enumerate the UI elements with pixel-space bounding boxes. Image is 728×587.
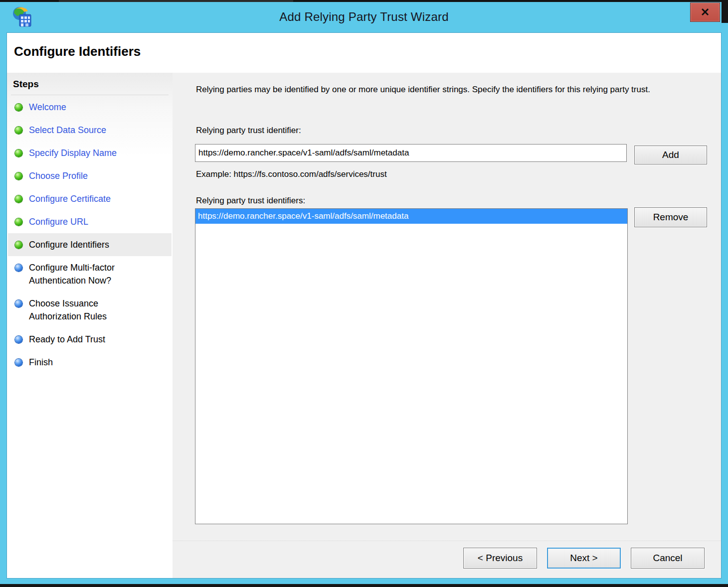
current-step-bullet-icon [15, 241, 22, 249]
main-panel: Relying parties may be identified by one… [173, 73, 721, 578]
previous-button[interactable]: < Previous [463, 548, 537, 569]
steps-sidebar: Steps WelcomeSelect Data SourceSpecify D… [7, 73, 173, 578]
done-step-bullet-icon [15, 218, 22, 226]
step-label: Ready to Add Trust [29, 333, 149, 346]
cancel-button-label: Cancel [653, 553, 682, 564]
step-label: Welcome [29, 101, 149, 114]
identifiers-listbox[interactable]: https://demo.rancher.space/v1-saml/adfs/… [195, 208, 628, 524]
step-label: Configure URL [29, 215, 149, 228]
add-button[interactable]: Add [634, 146, 707, 164]
wizard-content: Configure Identifiers Steps WelcomeSelec… [7, 33, 721, 578]
sidebar-step-configure-url[interactable]: Configure URL [8, 210, 172, 233]
done-step-bullet-icon [15, 127, 22, 134]
sidebar-step-finish: Finish [8, 351, 172, 374]
upcoming-step-bullet-icon [15, 359, 22, 366]
step-label: Choose Profile [29, 169, 149, 182]
done-step-bullet-icon [15, 195, 22, 203]
step-label: Configure Certificate [29, 192, 149, 205]
steps-title: Steps [11, 73, 169, 95]
done-step-bullet-icon [15, 104, 22, 111]
next-button-label: Next > [570, 553, 597, 564]
footer-divider [173, 541, 721, 542]
page-description: Relying parties may be identified by one… [196, 83, 707, 96]
done-step-bullet-icon [15, 172, 22, 180]
page-heading: Configure Identifiers [14, 44, 141, 59]
upcoming-step-bullet-icon [15, 300, 22, 307]
identifiers-list-label: Relying party trust identifiers: [196, 196, 305, 206]
steps-list: WelcomeSelect Data SourceSpecify Display… [7, 96, 173, 374]
done-step-bullet-icon [15, 149, 22, 157]
background-corner-strip [722, 0, 728, 23]
step-label: Select Data Source [29, 124, 149, 137]
sidebar-step-configure-multi-factor-authentication-now: Configure Multi-factor Authentication No… [8, 256, 172, 292]
identifier-example: Example: https://fs.contoso.com/adfs/ser… [196, 169, 387, 179]
sidebar-step-choose-profile[interactable]: Choose Profile [8, 164, 172, 187]
sidebar-step-specify-display-name[interactable]: Specify Display Name [8, 142, 172, 164]
upcoming-step-bullet-icon [15, 264, 22, 272]
previous-button-label: < Previous [478, 553, 523, 564]
sidebar-step-choose-issuance-authorization-rules: Choose Issuance Authorization Rules [8, 292, 172, 328]
remove-button[interactable]: Remove [634, 207, 707, 227]
sidebar-step-configure-identifiers: Configure Identifiers [8, 233, 172, 256]
close-icon: ✕ [701, 6, 710, 19]
identifier-input-label: Relying party trust identifier: [196, 126, 301, 136]
step-label: Configure Multi-factor Authentication No… [29, 261, 149, 287]
sidebar-step-ready-to-add-trust: Ready to Add Trust [8, 328, 172, 351]
add-button-label: Add [662, 149, 679, 160]
next-button[interactable]: Next > [547, 548, 621, 569]
step-label: Specify Display Name [29, 147, 149, 159]
upcoming-step-bullet-icon [15, 336, 22, 343]
identifier-input[interactable] [195, 144, 627, 162]
header-band: Configure Identifiers [7, 33, 721, 73]
background-bottom-strip [0, 584, 728, 587]
step-label: Finish [29, 356, 149, 369]
sidebar-step-select-data-source[interactable]: Select Data Source [8, 119, 172, 142]
sidebar-step-welcome[interactable]: Welcome [8, 96, 172, 119]
window-title: Add Relying Party Trust Wizard [0, 10, 728, 24]
sidebar-step-configure-certificate[interactable]: Configure Certificate [8, 187, 172, 210]
titlebar[interactable]: Add Relying Party Trust Wizard ✕ [0, 2, 728, 33]
identifier-row[interactable]: https://demo.rancher.space/v1-saml/adfs/… [195, 209, 627, 224]
remove-button-label: Remove [653, 212, 689, 223]
wizard-window: Add Relying Party Trust Wizard ✕ Configu… [0, 2, 728, 584]
close-button[interactable]: ✕ [690, 2, 720, 22]
cancel-button[interactable]: Cancel [631, 548, 705, 569]
step-label: Configure Identifiers [29, 238, 149, 251]
step-label: Choose Issuance Authorization Rules [29, 297, 149, 323]
